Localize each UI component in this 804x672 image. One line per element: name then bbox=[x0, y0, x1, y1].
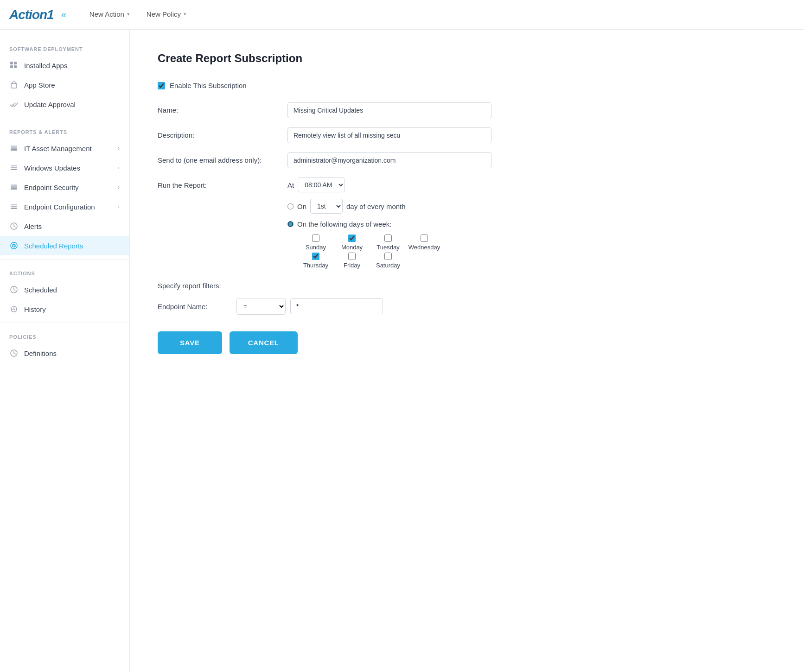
section-title-policies: POLICIES bbox=[0, 327, 129, 343]
clock-icon bbox=[9, 222, 19, 231]
run-report-label: Run the Report: bbox=[158, 178, 287, 189]
tab-new-action[interactable]: New Action ▾ bbox=[81, 6, 138, 23]
tuesday-checkbox[interactable] bbox=[384, 235, 392, 242]
sidebar-item-definitions-label: Definitions bbox=[24, 349, 57, 357]
chevron-right-icon-4: › bbox=[118, 203, 120, 210]
svg-rect-8 bbox=[11, 169, 17, 170]
filters-title: Specify report filters: bbox=[158, 282, 491, 290]
sidebar-item-alerts-label: Alerts bbox=[24, 222, 42, 230]
clock-circle-icon bbox=[9, 241, 19, 250]
sidebar-divider bbox=[0, 118, 129, 118]
layers-icon-4 bbox=[9, 202, 19, 211]
radio-following-days[interactable] bbox=[287, 221, 294, 227]
send-to-input[interactable] bbox=[287, 152, 491, 168]
history-icon bbox=[9, 304, 19, 314]
run-report-field: Run the Report: At 08:00 AM 09:00 AM 10:… bbox=[158, 178, 491, 269]
tab-new-policy[interactable]: New Policy ▾ bbox=[138, 6, 195, 23]
days-row-1: Sunday Monday Tuesday bbox=[298, 235, 491, 251]
sidebar-item-alerts[interactable]: Alerts bbox=[0, 216, 129, 236]
sidebar-item-it-asset-label: IT Asset Management bbox=[24, 145, 92, 152]
day-monday: Monday bbox=[334, 235, 370, 251]
sidebar-item-endpoint-config-label: Endpoint Configuration bbox=[24, 203, 95, 211]
sidebar-item-windows-updates[interactable]: Windows Updates › bbox=[0, 158, 129, 178]
friday-label: Friday bbox=[344, 262, 360, 269]
name-input[interactable] bbox=[287, 102, 491, 118]
svg-rect-6 bbox=[11, 147, 17, 149]
days-of-week-grid: Sunday Monday Tuesday bbox=[298, 235, 491, 269]
radio-on-day[interactable] bbox=[287, 203, 294, 209]
description-label: Description: bbox=[158, 127, 287, 139]
collapse-button[interactable]: « bbox=[61, 9, 66, 20]
svg-rect-5 bbox=[11, 149, 17, 151]
day-wednesday: Wednesday bbox=[406, 235, 442, 251]
run-at-row: At 08:00 AM 09:00 AM 10:00 AM 12:00 PM 0… bbox=[287, 178, 491, 192]
svg-rect-14 bbox=[11, 208, 17, 209]
svg-rect-15 bbox=[11, 206, 17, 207]
time-select[interactable]: 08:00 AM 09:00 AM 10:00 AM 12:00 PM 06:0… bbox=[298, 178, 345, 192]
header: Action1 « New Action ▾ New Policy ▾ bbox=[0, 0, 804, 30]
sidebar-item-definitions[interactable]: Definitions bbox=[0, 343, 129, 363]
layers-icon-3 bbox=[9, 183, 19, 192]
at-prefix: At bbox=[287, 181, 294, 189]
sidebar-item-scheduled[interactable]: Scheduled bbox=[0, 280, 129, 299]
sidebar-item-scheduled-reports[interactable]: Scheduled Reports bbox=[0, 236, 129, 255]
friday-checkbox[interactable] bbox=[348, 253, 356, 260]
clock-icon-2 bbox=[9, 285, 19, 294]
description-field: Description: bbox=[158, 127, 491, 143]
sidebar-divider-3 bbox=[0, 323, 129, 323]
form-section: Enable This Subscription Name: Descripti… bbox=[158, 82, 491, 354]
chevron-right-icon-3: › bbox=[118, 184, 120, 190]
sidebar-item-endpoint-configuration[interactable]: Endpoint Configuration › bbox=[0, 197, 129, 216]
sunday-checkbox[interactable] bbox=[312, 235, 319, 242]
cancel-button[interactable]: CANCEL bbox=[230, 331, 298, 354]
clock-icon-3 bbox=[9, 349, 19, 358]
run-report-controls: At 08:00 AM 09:00 AM 10:00 AM 12:00 PM 0… bbox=[287, 178, 491, 269]
sidebar-item-history[interactable]: History bbox=[0, 299, 129, 319]
on-label: On bbox=[297, 203, 306, 210]
grid-icon bbox=[9, 61, 19, 70]
sidebar-item-installed-apps[interactable]: Installed Apps bbox=[0, 56, 129, 75]
sidebar-item-it-asset-management[interactable]: IT Asset Management › bbox=[0, 139, 129, 158]
endpoint-operator-select[interactable]: = != contains starts with bbox=[236, 298, 286, 315]
on-day-of-month-row: On 1st 2nd 3rd 4th 5th 10th 15th Last da… bbox=[287, 199, 491, 214]
sidebar-item-scheduled-reports-label: Scheduled Reports bbox=[24, 242, 83, 250]
chevron-down-icon: ▾ bbox=[127, 11, 130, 17]
following-days-label: On the following days of week: bbox=[297, 220, 391, 228]
saturday-label: Saturday bbox=[376, 262, 400, 269]
send-to-field: Send to (one email address only): bbox=[158, 152, 491, 168]
description-input[interactable] bbox=[287, 127, 491, 143]
enable-subscription-checkbox[interactable] bbox=[158, 82, 165, 89]
svg-rect-0 bbox=[10, 62, 13, 64]
sidebar-item-app-store[interactable]: App Store bbox=[0, 75, 129, 95]
monday-checkbox[interactable] bbox=[348, 235, 356, 242]
wednesday-checkbox[interactable] bbox=[421, 235, 428, 242]
page-title: Create Report Subscription bbox=[158, 52, 776, 65]
day-of-month-select[interactable]: 1st 2nd 3rd 4th 5th 10th 15th Last bbox=[310, 199, 343, 214]
saturday-checkbox[interactable] bbox=[384, 253, 392, 260]
endpoint-name-filter-row: Endpoint Name: = != contains starts with bbox=[158, 298, 491, 315]
chevron-right-icon: › bbox=[118, 145, 120, 152]
sidebar-item-history-label: History bbox=[24, 305, 46, 313]
sidebar-item-installed-apps-label: Installed Apps bbox=[24, 62, 67, 70]
tab-new-policy-label: New Policy bbox=[147, 10, 181, 18]
layers-icon bbox=[9, 144, 19, 153]
endpoint-value-input[interactable] bbox=[290, 298, 383, 314]
name-field: Name: bbox=[158, 102, 491, 118]
tab-new-action-label: New Action bbox=[89, 10, 124, 18]
enable-subscription-row: Enable This Subscription bbox=[158, 82, 491, 89]
tuesday-label: Tuesday bbox=[376, 244, 399, 251]
sidebar-divider-2 bbox=[0, 259, 129, 260]
svg-rect-9 bbox=[11, 167, 17, 168]
svg-rect-13 bbox=[11, 184, 17, 186]
monday-label: Monday bbox=[341, 244, 363, 251]
thursday-label: Thursday bbox=[303, 262, 328, 269]
svg-rect-12 bbox=[11, 186, 17, 188]
svg-rect-16 bbox=[11, 204, 17, 205]
sunday-label: Sunday bbox=[306, 244, 326, 251]
sidebar-item-update-approval[interactable]: Update Approval bbox=[0, 95, 129, 114]
save-button[interactable]: SAVE bbox=[158, 331, 222, 354]
sidebar-item-endpoint-security[interactable]: Endpoint Security › bbox=[0, 178, 129, 197]
day-tuesday: Tuesday bbox=[370, 235, 406, 251]
thursday-checkbox[interactable] bbox=[312, 253, 319, 260]
svg-rect-3 bbox=[14, 65, 17, 68]
